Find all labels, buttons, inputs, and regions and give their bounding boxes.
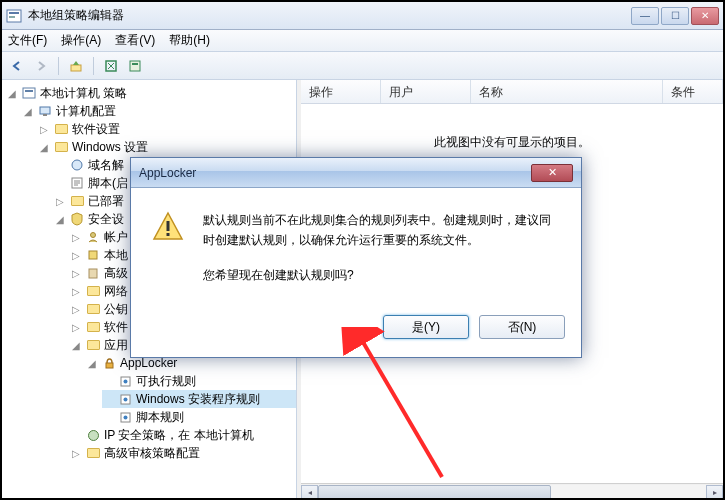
svg-point-18 [123,379,127,383]
tree-label: 高级 [104,265,128,282]
list-header: 操作 用户 名称 条件 [301,80,723,104]
tree-root[interactable]: ◢本地计算机 策略 [6,84,296,102]
col-user[interactable]: 用户 [381,80,471,103]
dialog-message-1: 默认规则当前不在此规则集合的规则列表中。创建规则时，建议同时创建默认规则，以确保… [203,210,561,251]
collapse-icon[interactable]: ◢ [22,106,34,117]
scroll-thumb[interactable] [318,485,551,500]
dialog-title: AppLocker [139,166,531,180]
yes-button[interactable]: 是(Y) [383,315,469,339]
expand-icon[interactable]: ▷ [70,232,82,243]
collapse-icon[interactable]: ◢ [70,340,82,351]
svg-rect-7 [23,88,35,98]
book-icon [85,265,101,281]
tree-label: 域名解 [88,157,124,174]
tree-ipsec[interactable]: IP 安全策略，在 本地计算机 [70,426,296,444]
svg-point-22 [123,415,127,419]
menu-view[interactable]: 查看(V) [115,32,155,49]
collapse-icon[interactable]: ◢ [6,88,18,99]
svg-point-13 [91,233,96,238]
account-icon [85,229,101,245]
tree-computer-config[interactable]: ◢计算机配置 [22,102,296,120]
toolbar-separator [93,57,94,75]
svg-rect-25 [167,233,170,236]
policy-icon [85,247,101,263]
collapse-icon[interactable]: ◢ [54,214,66,225]
tree-exe-rules[interactable]: 可执行规则 [102,372,296,390]
toolbar-separator [58,57,59,75]
up-button[interactable] [65,55,87,77]
tree-label: 已部署 [88,193,124,210]
empty-message: 此视图中没有可显示的项目。 [434,134,590,151]
forward-button[interactable] [30,55,52,77]
tree-label: 脚本(启 [88,175,128,192]
collapse-icon[interactable]: ◢ [86,358,98,369]
col-name[interactable]: 名称 [471,80,663,103]
tree-label: 软件 [104,319,128,336]
expand-icon[interactable]: ▷ [54,196,66,207]
expand-icon[interactable]: ▷ [70,322,82,333]
confirm-dialog: AppLocker ✕ 默认规则当前不在此规则集合的规则列表中。创建规则时，建议… [130,157,582,358]
rules-icon [117,391,133,407]
tree-windows-settings[interactable]: ◢Windows 设置 [38,138,296,156]
svg-rect-14 [89,251,97,259]
window-title: 本地组策略编辑器 [28,7,631,24]
back-button[interactable] [6,55,28,77]
dns-icon [69,157,85,173]
svg-rect-16 [106,363,113,368]
scroll-right-button[interactable]: ▸ [706,485,723,500]
window-controls: — ☐ ✕ [631,7,719,25]
dialog-close-button[interactable]: ✕ [531,164,573,182]
expand-icon[interactable]: ▷ [70,250,82,261]
expand-icon[interactable]: ▷ [70,286,82,297]
refresh-button[interactable] [100,55,122,77]
expand-icon[interactable]: ▷ [38,124,50,135]
menu-file[interactable]: 文件(F) [8,32,47,49]
col-action[interactable]: 操作 [301,80,381,103]
menu-action[interactable]: 操作(A) [61,32,101,49]
tree-installer-rules[interactable]: Windows 安装程序规则 [102,390,296,408]
svg-point-11 [72,160,82,170]
tree-label: 本地 [104,247,128,264]
col-condition[interactable]: 条件 [663,80,723,103]
close-button[interactable]: ✕ [691,7,719,25]
script-icon [69,175,85,191]
tree-script-rules[interactable]: 脚本规则 [102,408,296,426]
tree-item[interactable]: ▷软件设置 [38,120,296,138]
tree-audit[interactable]: ▷高级审核策略配置 [70,444,296,462]
folder-icon [85,283,101,299]
tree-label: 本地计算机 策略 [40,85,127,102]
svg-point-20 [123,397,127,401]
tree-label: 计算机配置 [56,103,116,120]
tree-label: Windows 设置 [72,139,148,156]
shield-icon [69,211,85,227]
svg-rect-8 [25,90,33,92]
svg-rect-3 [71,65,81,71]
svg-rect-24 [167,221,170,231]
network-icon [85,427,101,443]
svg-rect-2 [9,16,15,18]
tree-label: 帐户 [104,229,128,246]
horizontal-scrollbar[interactable]: ◂ ▸ [301,483,723,500]
tree-label: IP 安全策略，在 本地计算机 [104,427,254,444]
minimize-button[interactable]: — [631,7,659,25]
svg-rect-9 [40,107,50,114]
menu-help[interactable]: 帮助(H) [169,32,210,49]
dialog-body: 默认规则当前不在此规则集合的规则列表中。创建规则时，建议同时创建默认规则，以确保… [131,188,581,315]
expand-icon[interactable]: ▷ [70,304,82,315]
expand-icon[interactable]: ▷ [70,268,82,279]
properties-button[interactable] [124,55,146,77]
tree-label: 脚本规则 [136,409,184,426]
dialog-message-2: 您希望现在创建默认规则吗? [203,265,561,285]
no-button[interactable]: 否(N) [479,315,565,339]
scroll-track[interactable] [318,485,706,500]
maximize-button[interactable]: ☐ [661,7,689,25]
svg-rect-1 [9,12,19,14]
expand-icon[interactable]: ▷ [70,448,82,459]
scroll-left-button[interactable]: ◂ [301,485,318,500]
dialog-titlebar[interactable]: AppLocker ✕ [131,158,581,188]
collapse-icon[interactable]: ◢ [38,142,50,153]
toolbar [2,52,723,80]
window-titlebar: 本地组策略编辑器 — ☐ ✕ [2,2,723,30]
computer-icon [37,103,53,119]
tree-label: 安全设 [88,211,124,228]
